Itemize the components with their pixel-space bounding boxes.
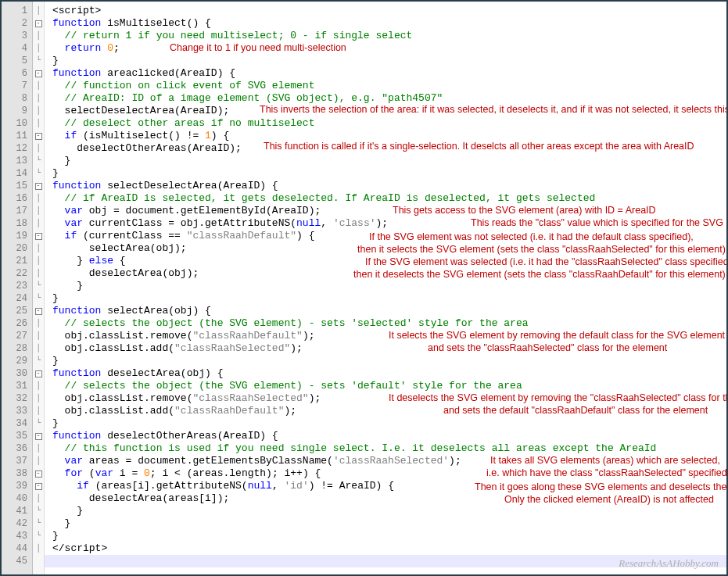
line-number[interactable]: 6 (2, 67, 27, 80)
code-line[interactable]: // selects the object (the SVG element) … (52, 380, 726, 392)
code-line[interactable]: } (52, 292, 726, 305)
fold-toggle-icon[interactable]: - (35, 20, 42, 27)
code-line[interactable]: } (52, 167, 726, 180)
code-line[interactable]: function isMultiselect() { (52, 17, 726, 30)
code-line[interactable]: // selects the object (the SVG element) … (52, 317, 726, 330)
code-line[interactable]: } (52, 155, 726, 167)
code-line[interactable]: } (52, 505, 726, 517)
line-number[interactable]: 28 (2, 342, 27, 355)
fold-toggle-icon[interactable]: - (35, 133, 42, 140)
code-line[interactable]: if (isMultiselect() != 1) { (52, 130, 726, 142)
line-number[interactable]: 44 (2, 542, 27, 555)
code-line[interactable]: function selectArea(obj) { (52, 305, 726, 317)
line-number[interactable]: 30 (2, 367, 27, 380)
fold-toggle-icon[interactable]: - (35, 470, 42, 478)
line-number[interactable]: 37 (2, 455, 27, 467)
line-number[interactable]: 42 (2, 517, 27, 530)
code-line[interactable]: } (52, 355, 726, 367)
code-line[interactable]: } (52, 417, 726, 430)
code-line[interactable]: selectArea(obj); (52, 242, 726, 255)
code-line[interactable]: </script> (52, 542, 726, 555)
line-number[interactable]: 4 (2, 42, 27, 55)
line-number[interactable]: 23 (2, 280, 27, 292)
code-line[interactable]: function deselectOtherAreas(AreaID) { (52, 430, 726, 442)
code-line[interactable]: if (currentClass == "classRaahDefault") … (52, 230, 726, 242)
code-line[interactable]: obj.classList.add("classRaahDefault"); (52, 405, 726, 417)
code-line[interactable]: obj.classList.remove("classRaahSelected"… (52, 392, 726, 405)
line-number[interactable]: 18 (2, 217, 27, 230)
line-number[interactable]: 31 (2, 380, 27, 392)
line-number[interactable]: 3 (2, 30, 27, 42)
code-line[interactable]: function selectDeselectArea(AreaID) { (52, 180, 726, 192)
code-line[interactable]: deselectArea(areas[i]); (52, 492, 726, 505)
code-line[interactable]: // function on click event of SVG elemen… (52, 80, 726, 92)
line-number[interactable]: 33 (2, 405, 27, 417)
line-number[interactable]: 11 (2, 130, 27, 142)
code-line[interactable]: deselectArea(obj); (52, 267, 726, 280)
line-number-gutter[interactable]: 1234567891011121314151617181920212223242… (2, 2, 33, 574)
line-number[interactable]: 21 (2, 255, 27, 267)
code-line[interactable]: function deselectArea(obj) { (52, 367, 726, 380)
code-line[interactable]: for (var i = 0; i < (areas.length); i++)… (52, 467, 726, 480)
code-line[interactable]: } else { (52, 255, 726, 267)
line-number[interactable]: 19 (2, 230, 27, 242)
fold-toggle-icon[interactable]: - (35, 233, 42, 240)
line-number[interactable]: 25 (2, 305, 27, 317)
line-number[interactable]: 8 (2, 92, 27, 105)
line-number[interactable]: 29 (2, 355, 27, 367)
code-area[interactable]: 1234567891011121314151617181920212223242… (2, 2, 726, 574)
code-line[interactable]: } (52, 530, 726, 542)
line-number[interactable]: 10 (2, 117, 27, 130)
code-line[interactable]: obj.classList.add("classRaahSelected"); (52, 342, 726, 355)
code-line[interactable]: function areaclicked(AreaID) { (52, 67, 726, 80)
line-number[interactable]: 1 (2, 5, 27, 17)
line-number[interactable]: 43 (2, 530, 27, 542)
line-number[interactable]: 40 (2, 492, 27, 505)
line-number[interactable]: 24 (2, 292, 27, 305)
fold-toggle-icon[interactable]: - (35, 370, 42, 377)
line-number[interactable]: 39 (2, 480, 27, 492)
fold-toggle-icon[interactable]: - (35, 183, 42, 190)
line-number[interactable]: 34 (2, 417, 27, 430)
line-number[interactable]: 35 (2, 430, 27, 442)
fold-toggle-icon[interactable]: - (35, 433, 42, 440)
code-content[interactable]: <script>function isMultiselect() { // re… (45, 2, 726, 574)
code-line[interactable]: // this function is used if you need sin… (52, 442, 726, 455)
line-number[interactable]: 26 (2, 317, 27, 330)
code-line[interactable]: var areas = document.getElementsByClassN… (52, 455, 726, 467)
code-line[interactable]: } (52, 280, 726, 292)
line-number[interactable]: 12 (2, 142, 27, 155)
code-line[interactable]: return 0; (52, 42, 726, 55)
line-number[interactable]: 22 (2, 267, 27, 280)
line-number[interactable]: 16 (2, 192, 27, 205)
line-number[interactable]: 5 (2, 55, 27, 67)
code-line[interactable]: var obj = document.getElementById(AreaID… (52, 205, 726, 217)
code-line[interactable]: selectDeselectArea(AreaID); (52, 105, 726, 117)
line-number[interactable]: 41 (2, 505, 27, 517)
line-number[interactable]: 15 (2, 180, 27, 192)
line-number[interactable]: 7 (2, 80, 27, 92)
line-number[interactable]: 27 (2, 330, 27, 342)
line-number[interactable]: 38 (2, 467, 27, 480)
line-number[interactable]: 32 (2, 392, 27, 405)
code-line[interactable]: obj.classList.remove("classRaahDefault")… (52, 330, 726, 342)
code-line[interactable]: // deselect other areas if no multiselec… (52, 117, 726, 130)
fold-column[interactable]: │-││└-││││-│└└-│││-│││└└-│││└-│││└-││--│… (33, 2, 45, 574)
code-line[interactable]: // if AreaID is selected, it gets desele… (52, 192, 726, 205)
code-line[interactable]: // AreaID: ID of a image element (SVG ob… (52, 92, 726, 105)
code-line[interactable]: deselectOtherAreas(AreaID); (52, 142, 726, 155)
line-number[interactable]: 13 (2, 155, 27, 167)
line-number[interactable]: 2 (2, 17, 27, 30)
fold-toggle-icon[interactable]: - (35, 308, 42, 315)
line-number[interactable]: 14 (2, 167, 27, 180)
line-number[interactable]: 45 (2, 555, 27, 567)
code-line[interactable]: } (52, 517, 726, 530)
fold-toggle-icon[interactable]: - (35, 483, 42, 490)
code-line[interactable]: // return 1 if you need multiselect; 0 -… (52, 30, 726, 42)
code-line[interactable]: <script> (52, 5, 726, 17)
line-number[interactable]: 9 (2, 105, 27, 117)
code-line[interactable]: if (areas[i].getAttributeNS(null, 'id') … (52, 480, 726, 492)
line-number[interactable]: 20 (2, 242, 27, 255)
code-line[interactable]: } (52, 55, 726, 67)
fold-toggle-icon[interactable]: - (35, 70, 42, 77)
